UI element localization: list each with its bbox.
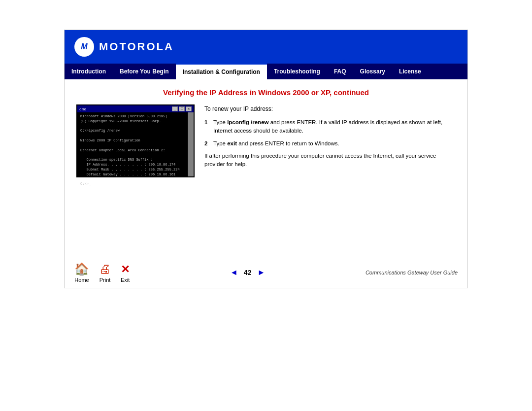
nav-before-you-begin[interactable]: Before You Begin xyxy=(113,64,176,79)
cmd-line-2: (C) Copyright 1985-2000 Microsoft Corp. xyxy=(80,119,185,124)
cmd-line-10: Connection-specific DNS Suffix : xyxy=(80,158,185,163)
nav-installation[interactable]: Installation & Configuration xyxy=(176,64,267,79)
instruction-label: To renew your IP address: xyxy=(204,104,456,113)
nav-faq[interactable]: FAQ xyxy=(327,64,353,79)
footer-center: ◄ 42 ► xyxy=(130,268,366,277)
step-2-number: 2 xyxy=(204,139,210,148)
main-container: M MOTOROLA Introduction Before You Begin… xyxy=(64,30,468,288)
step-1: 1 Type ipconfig /renew and press ENTER. … xyxy=(204,118,456,136)
cmd-title-text: cmd xyxy=(79,107,86,111)
cmd-line-12: Subnet Mask . . . . . . . . : 255.255.25… xyxy=(80,168,185,172)
nav-introduction[interactable]: Introduction xyxy=(65,64,113,79)
cmd-line-3 xyxy=(80,124,185,129)
cmd-minimize-btn[interactable]: _ xyxy=(172,106,178,111)
cmd-content: Microsoft Windows 2000 [Version 5.00.219… xyxy=(77,112,188,176)
cmd-line-14 xyxy=(80,177,185,182)
step-2-text: Type exit and press ENTER to return to W… xyxy=(213,139,456,148)
motorola-logo: M MOTOROLA xyxy=(74,37,174,57)
home-icon: 🏠 xyxy=(74,262,89,276)
cmd-titlebar: cmd _ □ ✕ xyxy=(77,105,194,112)
cmd-scroll-area: Microsoft Windows 2000 [Version 5.00.219… xyxy=(77,112,194,176)
cmd-line-6: Windows 2000 IP Configuration xyxy=(80,138,185,143)
next-page-button[interactable]: ► xyxy=(257,268,265,277)
step-1-bold: ipconfig /renew xyxy=(227,119,268,125)
nav-glossary[interactable]: Glossary xyxy=(353,64,392,79)
step-1-number: 1 xyxy=(204,118,210,136)
motorola-logo-text: MOTOROLA xyxy=(99,40,174,53)
nav-troubleshooting[interactable]: Troubleshooting xyxy=(267,64,327,79)
print-label: Print xyxy=(100,277,111,283)
page-number: 42 xyxy=(244,269,252,276)
cmd-maximize-btn[interactable]: □ xyxy=(179,106,185,111)
exit-label: Exit xyxy=(121,277,130,283)
motorola-m-icon: M xyxy=(74,37,94,57)
step-1-text: Type ipconfig /renew and press ENTER. If… xyxy=(213,118,456,136)
cmd-line-15: C:\>_ xyxy=(80,182,185,187)
cmd-line-11: IP Address. . . . . . . . . : 206.19.86.… xyxy=(80,163,185,168)
content-area: Verifying the IP Address in Windows 2000… xyxy=(65,79,467,257)
footer-nav: 🏠 Home 🖨 Print ✕ Exit xyxy=(74,262,130,283)
print-button[interactable]: 🖨 Print xyxy=(99,262,111,283)
cmd-close-btn[interactable]: ✕ xyxy=(186,106,192,111)
print-icon: 🖨 xyxy=(99,262,111,276)
cmd-line-4: C:\>ipconfig /renew xyxy=(80,129,185,134)
cmd-scrollbar[interactable] xyxy=(188,112,194,176)
cmd-line-13: Default Gateway . . . . . . : 206.19.86.… xyxy=(80,172,185,177)
page-title: Verifying the IP Address in Windows 2000… xyxy=(76,88,456,97)
cmd-line-8: Ethernet adapter Local Area Connection 2… xyxy=(80,148,185,153)
svg-text:M: M xyxy=(81,42,88,51)
cmd-buttons: _ □ ✕ xyxy=(172,106,192,111)
cmd-line-7 xyxy=(80,143,185,148)
exit-button[interactable]: ✕ Exit xyxy=(121,263,130,283)
nav-license[interactable]: License xyxy=(392,64,428,79)
footer-guide-title: Communications Gateway User Guide xyxy=(366,270,458,275)
cmd-line-5 xyxy=(80,134,185,138)
header-bar: M MOTOROLA xyxy=(65,30,467,64)
home-label: Home xyxy=(74,277,89,283)
step-2: 2 Type exit and press ENTER to return to… xyxy=(204,139,456,148)
prev-page-button[interactable]: ◄ xyxy=(230,268,238,277)
cmd-line-9 xyxy=(80,153,185,158)
cmd-line-1: Microsoft Windows 2000 [Version 5.00.219… xyxy=(80,114,185,119)
exit-icon: ✕ xyxy=(121,263,130,276)
home-button[interactable]: 🏠 Home xyxy=(74,262,89,283)
content-body: cmd _ □ ✕ Microsoft Windows 2000 [Versio… xyxy=(76,104,456,177)
text-content: To renew your IP address: 1 Type ipconfi… xyxy=(204,104,456,169)
step-2-bold: exit xyxy=(227,140,237,146)
note-text: If after performing this procedure your … xyxy=(204,152,456,169)
nav-bar: Introduction Before You Begin Installati… xyxy=(65,64,467,79)
footer-bar: 🏠 Home 🖨 Print ✕ Exit ◄ 42 ► Communicati… xyxy=(65,257,467,288)
cmd-window: cmd _ □ ✕ Microsoft Windows 2000 [Versio… xyxy=(76,104,195,177)
